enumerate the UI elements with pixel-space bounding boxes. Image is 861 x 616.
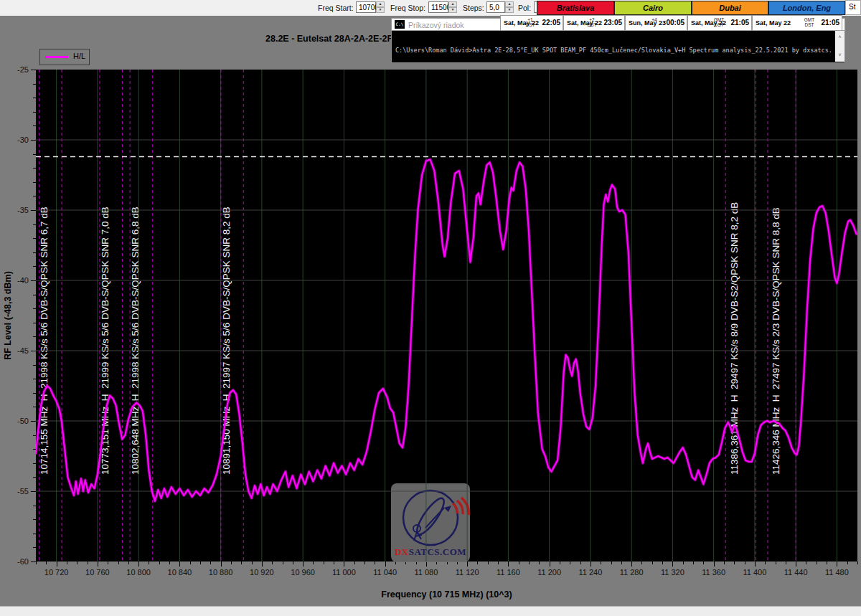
spin-up-icon[interactable]: ▲ <box>448 1 457 7</box>
x-tick-label: 11 400 <box>733 568 776 577</box>
spin-up-icon[interactable]: ▲ <box>505 1 514 7</box>
spin-down-icon[interactable]: ▼ <box>376 7 385 13</box>
clock-cell: Sat, May 22 GMTDST 21:05 <box>752 15 842 31</box>
y-tick-label: -40 <box>7 276 29 285</box>
axis-tick <box>857 561 858 564</box>
y-tick-label: -50 <box>7 417 29 425</box>
axis-tick <box>57 561 57 567</box>
axis-tick <box>31 70 36 70</box>
x-tick-label: 10 920 <box>240 568 283 577</box>
axis-tick <box>221 561 222 567</box>
axis-tick <box>67 561 67 564</box>
x-tick-label: 11 320 <box>651 568 694 577</box>
console-window-body: C:\Users\Roman Dávid>Astra 2E-28,5°E_UK … <box>391 31 845 63</box>
console-icon: C:\ <box>395 20 405 29</box>
axis-tick <box>36 561 37 564</box>
axis-tick <box>31 421 36 422</box>
axis-tick <box>138 561 139 567</box>
freq-stop-spinner[interactable]: ▲ ▼ <box>448 1 457 13</box>
spectrum-chart: 28.2E - Eutelsat 28A-2A-2E-2F (TB H/L <box>0 16 861 606</box>
console-scrollbar[interactable]: ˄ ˅ <box>835 31 844 62</box>
axis-tick <box>200 561 201 564</box>
clock-header-london: London, Eng <box>768 1 845 15</box>
steps-label: Steps: <box>463 4 484 12</box>
axis-tick <box>364 561 365 564</box>
clock-cell: Sat, May 22 +1DST 22:05 <box>500 15 563 31</box>
spin-down-icon[interactable]: ▼ <box>505 7 514 13</box>
axis-tick <box>344 561 344 567</box>
axis-tick <box>252 561 253 564</box>
freq-start-spinner[interactable]: ▲ ▼ <box>376 1 385 13</box>
axis-tick <box>149 561 149 564</box>
axis-tick <box>498 561 499 564</box>
x-tick-label: 11 240 <box>569 568 612 577</box>
spectrum-trace-glow <box>36 159 857 501</box>
x-tick-label: 11 480 <box>815 568 858 577</box>
scroll-up-icon[interactable]: ˄ <box>835 32 844 42</box>
spectrum-analyzer-screen: Freq Start: 10700 ▲ ▼ Freq Stop: 11500 ▲… <box>0 0 861 616</box>
steps-input[interactable]: 5,0 <box>486 1 505 13</box>
freq-stop-input[interactable]: 11500 <box>428 1 448 13</box>
axis-tick <box>560 561 560 564</box>
axis-tick <box>334 561 334 564</box>
axis-tick <box>631 561 632 567</box>
axis-tick <box>652 561 653 564</box>
axis-tick <box>580 561 581 564</box>
plot-area: DXSATCS.COM <box>36 70 857 561</box>
console-window-title: Príkazový riadok <box>408 21 464 29</box>
spectrum-trace-svg <box>36 70 857 561</box>
axis-tick <box>262 561 263 567</box>
y-tick-label: -55 <box>7 487 29 496</box>
steps-spinner[interactable]: ▲ ▼ <box>505 1 514 13</box>
clock-offset: +2DST <box>584 17 600 27</box>
x-tick-label: 10 800 <box>117 568 160 577</box>
axis-tick <box>837 561 837 567</box>
axis-tick <box>241 561 242 564</box>
spin-up-icon[interactable]: ▲ <box>376 1 385 7</box>
y-tick-label: -45 <box>7 346 29 355</box>
axis-tick <box>765 561 766 564</box>
clock-time: 23:05 <box>603 19 622 27</box>
axis-tick <box>611 561 612 564</box>
axis-tick <box>683 561 684 564</box>
clock-header-dubai: Dubai <box>692 1 768 15</box>
y-tick-label: -35 <box>7 206 29 214</box>
x-tick-label: 11 080 <box>405 568 448 577</box>
axis-tick <box>31 491 36 492</box>
axis-tick <box>190 561 191 564</box>
clock-time: 21:05 <box>821 19 839 27</box>
axis-tick <box>272 561 273 564</box>
clock-offset: +4 <box>646 17 662 22</box>
freq-start-input[interactable]: 10700 <box>356 1 376 13</box>
axis-tick <box>827 561 827 564</box>
x-tick-label: 11 360 <box>692 568 735 577</box>
axis-tick <box>734 561 735 564</box>
clock-cell: Sat, May 22 +2DST 23:05 <box>563 15 625 31</box>
x-tick-label: 10 720 <box>35 568 78 577</box>
clock-cell: Sat, May 22 GMTDST 21:05 <box>687 15 752 31</box>
x-tick-label: 10 960 <box>281 568 324 577</box>
axis-tick <box>159 561 160 564</box>
axis-tick <box>550 561 550 567</box>
axis-tick <box>88 561 88 564</box>
spin-down-icon[interactable]: ▼ <box>448 7 457 13</box>
pol-label: Pol: <box>518 4 531 12</box>
axis-tick <box>385 561 386 567</box>
freq-start-label: Freq Start: <box>318 4 354 12</box>
x-tick-label: 11 280 <box>610 568 653 577</box>
axis-tick <box>488 561 489 564</box>
x-tick-label: 11 040 <box>364 568 407 577</box>
y-tick-label: -30 <box>7 136 29 144</box>
axis-tick <box>508 561 509 567</box>
axis-tick <box>179 561 180 567</box>
axis-tick <box>601 561 601 564</box>
x-axis-label: Frequency (10 715 MHz) (10^3) <box>323 589 570 600</box>
axis-tick <box>31 351 36 351</box>
axis-tick <box>519 561 519 564</box>
axis-tick <box>46 561 47 564</box>
scroll-down-icon[interactable]: ˅ <box>835 50 844 60</box>
x-tick-label: 11 160 <box>486 568 530 577</box>
axis-tick <box>128 561 129 564</box>
clock-time: 21:05 <box>730 19 749 27</box>
axis-tick <box>817 561 817 564</box>
